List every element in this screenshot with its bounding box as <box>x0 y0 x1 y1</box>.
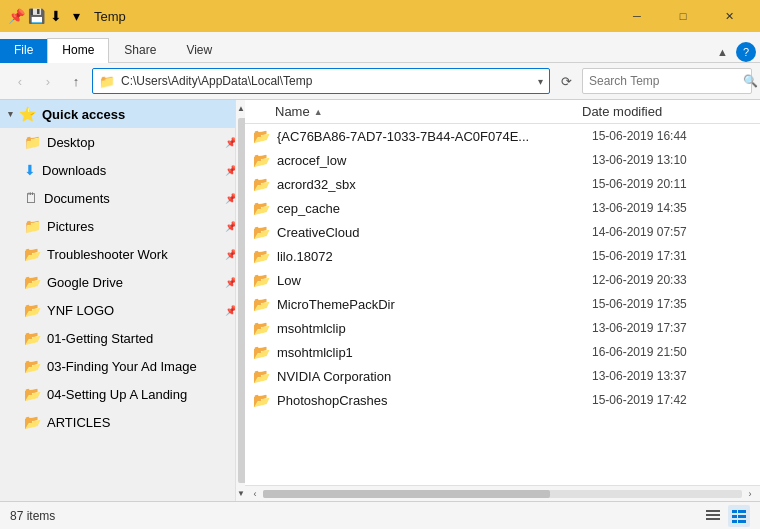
h-scroll-thumb[interactable] <box>263 490 550 498</box>
sidebar-scroll-down[interactable]: ▼ <box>236 485 245 501</box>
table-row[interactable]: 📂 msohtmlclip1 16-06-2019 21:50 <box>245 340 760 364</box>
sidebar-item-desktop[interactable]: 📁 Desktop 📌 <box>0 128 245 156</box>
sort-icon: ▲ <box>314 107 323 117</box>
downloads-label: Downloads <box>42 163 219 178</box>
scroll-left-button[interactable]: ‹ <box>247 486 263 502</box>
sidebar-item-pictures[interactable]: 📁 Pictures 📌 <box>0 212 245 240</box>
file-date: 15-06-2019 20:11 <box>592 177 752 191</box>
search-input[interactable] <box>589 74 739 88</box>
back-button[interactable]: ‹ <box>8 69 32 93</box>
tab-file[interactable]: File <box>0 39 47 63</box>
close-button[interactable]: ✕ <box>706 0 752 32</box>
sidebar-item-getting-started[interactable]: 📂 01-Getting Started <box>0 324 245 352</box>
ribbon-tab-bar: File Home Share View ▲ ? <box>0 32 760 62</box>
table-row[interactable]: 📂 CreativeCloud 14-06-2019 07:57 <box>245 220 760 244</box>
search-box: 🔍 <box>582 68 752 94</box>
svg-rect-8 <box>738 520 746 523</box>
tab-home[interactable]: Home <box>47 38 109 63</box>
tab-view[interactable]: View <box>171 38 227 63</box>
svg-rect-2 <box>706 518 720 520</box>
sidebar-item-troubleshooter[interactable]: 📂 Troubleshooter Work 📌 <box>0 240 245 268</box>
folder-icon: 📂 <box>253 176 271 192</box>
file-list: 📂 {AC76BA86-7AD7-1033-7B44-AC0F074E... 1… <box>245 124 760 485</box>
svg-rect-3 <box>732 510 737 513</box>
svg-rect-1 <box>706 514 720 516</box>
table-row[interactable]: 📂 cep_cache 13-06-2019 14:35 <box>245 196 760 220</box>
folder-icon: 📂 <box>253 272 271 288</box>
folder-icon: 📂 <box>253 368 271 384</box>
sidebar-item-google-drive[interactable]: 📂 Google Drive 📌 <box>0 268 245 296</box>
table-row[interactable]: 📂 acrord32_sbx 15-06-2019 20:11 <box>245 172 760 196</box>
file-date: 15-06-2019 17:31 <box>592 249 752 263</box>
dropdown-icon[interactable]: ▾ <box>68 8 84 24</box>
details-view-button[interactable] <box>728 505 750 527</box>
folder-icon: 📂 <box>24 330 41 346</box>
file-date: 13-06-2019 17:37 <box>592 321 752 335</box>
folder-icon: 📂 <box>24 246 41 262</box>
sidebar-item-ynf-logo[interactable]: 📂 YNF LOGO 📌 <box>0 296 245 324</box>
address-bar: ‹ › ↑ 📁 ▾ ⟳ 🔍 <box>0 63 760 100</box>
sidebar-item-finding-ad[interactable]: 📂 03-Finding Your Ad Image <box>0 352 245 380</box>
tab-share[interactable]: Share <box>109 38 171 63</box>
window-title: Temp <box>94 9 608 24</box>
minimize-button[interactable]: ─ <box>614 0 660 32</box>
sidebar: ▾ ⭐ Quick access 📁 Desktop 📌 ⬇ Downloads… <box>0 100 245 501</box>
file-date: 12-06-2019 20:33 <box>592 273 752 287</box>
sidebar-item-downloads[interactable]: ⬇ Downloads 📌 <box>0 156 245 184</box>
sidebar-item-documents[interactable]: 🗒 Documents 📌 <box>0 184 245 212</box>
file-date: 14-06-2019 07:57 <box>592 225 752 239</box>
table-row[interactable]: 📂 {AC76BA86-7AD7-1033-7B44-AC0F074E... 1… <box>245 124 760 148</box>
file-date: 13-06-2019 14:35 <box>592 201 752 215</box>
address-path-box[interactable]: 📁 ▾ <box>92 68 550 94</box>
save-icon: 💾 <box>28 8 44 24</box>
sidebar-item-quick-access[interactable]: ▾ ⭐ Quick access <box>0 100 245 128</box>
file-name: msohtmlclip <box>277 321 586 336</box>
articles-label: ARTICLES <box>47 415 237 430</box>
file-area: Name ▲ Date modified 📂 {AC76BA86-7AD7-10… <box>245 100 760 501</box>
table-row[interactable]: 📂 msohtmlclip 13-06-2019 17:37 <box>245 316 760 340</box>
scroll-right-button[interactable]: › <box>742 486 758 502</box>
path-dropdown-icon[interactable]: ▾ <box>538 76 543 87</box>
table-row[interactable]: 📂 MicroThemePackDir 15-06-2019 17:35 <box>245 292 760 316</box>
table-row[interactable]: 📂 NVIDIA Corporation 13-06-2019 13:37 <box>245 364 760 388</box>
table-row[interactable]: 📂 lilo.18072 15-06-2019 17:31 <box>245 244 760 268</box>
sidebar-scroll-up[interactable]: ▲ <box>236 100 245 116</box>
file-name: msohtmlclip1 <box>277 345 586 360</box>
star-icon: ⭐ <box>19 106 36 122</box>
svg-rect-7 <box>732 520 737 523</box>
table-row[interactable]: 📂 acrocef_low 13-06-2019 13:10 <box>245 148 760 172</box>
getting-started-label: 01-Getting Started <box>47 331 237 346</box>
folder-icon: 📂 <box>253 152 271 168</box>
folder-icon: 📂 <box>253 248 271 264</box>
title-bar-app-icons: 📌 💾 ⬇ ▾ <box>8 8 84 24</box>
folder-icon: 📂 <box>253 296 271 312</box>
header-date[interactable]: Date modified <box>582 104 752 119</box>
item-count: 87 items <box>10 509 55 523</box>
forward-button[interactable]: › <box>36 69 60 93</box>
landing-label: 04-Setting Up A Landing <box>47 387 237 402</box>
maximize-button[interactable]: □ <box>660 0 706 32</box>
refresh-button[interactable]: ⟳ <box>554 69 578 93</box>
address-input[interactable] <box>121 74 532 88</box>
folder-icon: 📂 <box>24 414 41 430</box>
search-icon[interactable]: 🔍 <box>743 74 758 88</box>
table-row[interactable]: 📂 Low 12-06-2019 20:33 <box>245 268 760 292</box>
sidebar-item-articles[interactable]: 📂 ARTICLES <box>0 408 245 436</box>
file-name: PhotoshopCrashes <box>277 393 586 408</box>
document-icon: 🗒 <box>24 190 38 206</box>
list-view-button[interactable] <box>702 505 724 527</box>
h-scroll-track <box>263 490 742 498</box>
header-name[interactable]: Name ▲ <box>275 104 578 119</box>
folder-icon: 📂 <box>24 358 41 374</box>
path-folder-icon: 📁 <box>99 74 115 89</box>
sidebar-item-landing[interactable]: 📂 04-Setting Up A Landing <box>0 380 245 408</box>
sidebar-scrollbar: ▲ ▼ <box>235 100 245 501</box>
window-controls: ─ □ ✕ <box>614 0 752 32</box>
ribbon-right: ▲ ? <box>713 42 760 62</box>
folder-icon: 📂 <box>253 320 271 336</box>
file-name: lilo.18072 <box>277 249 586 264</box>
table-row[interactable]: 📂 PhotoshopCrashes 15-06-2019 17:42 <box>245 388 760 412</box>
ribbon-collapse-icon[interactable]: ▲ <box>713 44 732 60</box>
up-button[interactable]: ↑ <box>64 69 88 93</box>
help-icon[interactable]: ? <box>736 42 756 62</box>
